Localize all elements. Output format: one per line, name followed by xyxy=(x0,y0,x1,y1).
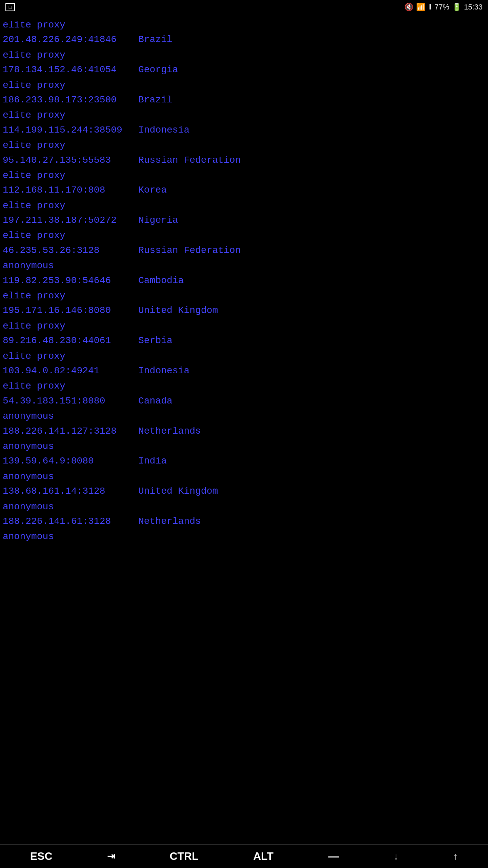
proxy-ip-port: 112.168.11.170:808 xyxy=(3,183,138,197)
battery-icon: 🔋 xyxy=(452,3,461,12)
proxy-ip-port: 139.59.64.9:8080 xyxy=(3,454,138,468)
wifi-icon: 📶 xyxy=(416,3,425,12)
proxy-country: Russian Federation xyxy=(138,243,241,258)
tab-key[interactable]: ⇥ xyxy=(107,851,115,862)
proxy-type: anonymous xyxy=(3,499,485,514)
proxy-type: elite proxy xyxy=(3,379,485,393)
proxy-type: anonymous xyxy=(3,439,485,454)
proxy-ip-port: 114.199.115.244:38509 xyxy=(3,123,138,137)
proxy-type: anonymous xyxy=(3,469,485,484)
proxy-type: elite proxy xyxy=(3,168,485,183)
proxy-data-line: 138.68.161.14:3128United Kingdom xyxy=(3,484,485,498)
proxy-data-line: 178.134.152.46:41054Georgia xyxy=(3,62,485,77)
proxy-ip-port: 54.39.183.151:8080 xyxy=(3,394,138,408)
time-display: 15:33 xyxy=(464,3,483,12)
alt-key[interactable]: ALT xyxy=(253,850,273,863)
proxy-entry: elite proxy89.216.48.230:44061Serbia xyxy=(3,319,485,348)
proxy-entry: anonymous188.226.141.127:3128Netherlands xyxy=(3,409,485,438)
terminal-icon: □ xyxy=(5,3,15,11)
proxy-ip-port: 95.140.27.135:55583 xyxy=(3,153,138,167)
proxy-data-line: 201.48.226.249:41846Brazil xyxy=(3,32,485,47)
proxy-country: United Kingdom xyxy=(138,303,218,318)
proxy-ip-port: 103.94.0.82:49241 xyxy=(3,363,138,378)
proxy-ip-port: 186.233.98.173:23500 xyxy=(3,93,138,107)
proxy-entry: anonymous139.59.64.9:8080India xyxy=(3,439,485,469)
proxy-entry: anonymous188.226.141.61:3128Netherlands xyxy=(3,499,485,529)
proxy-ip-port: 89.216.48.230:44061 xyxy=(3,333,138,348)
proxy-type: elite proxy xyxy=(3,108,485,122)
proxy-type: anonymous xyxy=(3,529,485,544)
proxy-data-line: 114.199.115.244:38509Indonesia xyxy=(3,123,485,137)
proxy-data-line: 139.59.64.9:8080India xyxy=(3,454,485,468)
proxy-entry: elite proxy54.39.183.151:8080Canada xyxy=(3,379,485,408)
proxy-data-line: 188.226.141.127:3128Netherlands xyxy=(3,424,485,438)
status-bar: □ 🔇 📶 Ⅱ 77% 🔋 15:33 xyxy=(0,0,488,14)
proxy-ip-port: 195.171.16.146:8080 xyxy=(3,303,138,318)
proxy-ip-port: 197.211.38.187:50272 xyxy=(3,213,138,228)
proxy-data-line: 95.140.27.135:55583Russian Federation xyxy=(3,153,485,167)
proxy-country: Canada xyxy=(138,394,172,408)
proxy-type: elite proxy xyxy=(3,18,485,32)
proxy-entry: anonymous119.82.253.90:54646Cambodia xyxy=(3,258,485,288)
proxy-data-line: 119.82.253.90:54646Cambodia xyxy=(3,273,485,288)
proxy-entry: elite proxy178.134.152.46:41054Georgia xyxy=(3,48,485,77)
proxy-country: Netherlands xyxy=(138,424,201,438)
proxy-ip-port: 188.226.141.61:3128 xyxy=(3,514,138,529)
proxy-ip-port: 188.226.141.127:3128 xyxy=(3,424,138,438)
proxy-ip-port: 201.48.226.249:41846 xyxy=(3,32,138,47)
proxy-entry: anonymous138.68.161.14:3128United Kingdo… xyxy=(3,469,485,499)
proxy-ip-port: 138.68.161.14:3128 xyxy=(3,484,138,498)
signal-icon: Ⅱ xyxy=(428,3,432,12)
proxy-country: Indonesia xyxy=(138,123,189,137)
proxy-country: Russian Federation xyxy=(138,153,241,167)
status-left: □ xyxy=(5,3,15,11)
proxy-entry: elite proxy201.48.226.249:41846Brazil xyxy=(3,18,485,47)
proxy-entry: elite proxy46.235.53.26:3128Russian Fede… xyxy=(3,228,485,258)
proxy-type: anonymous xyxy=(3,258,485,273)
proxy-entry: elite proxy95.140.27.135:55583Russian Fe… xyxy=(3,138,485,167)
ctrl-key[interactable]: CTRL xyxy=(169,850,198,863)
proxy-data-line: 54.39.183.151:8080Canada xyxy=(3,394,485,408)
proxy-entry: elite proxy114.199.115.244:38509Indonesi… xyxy=(3,108,485,137)
proxy-entry: elite proxy197.211.38.187:50272Nigeria xyxy=(3,198,485,228)
proxy-type: elite proxy xyxy=(3,289,485,303)
proxy-data-line: 103.94.0.82:49241Indonesia xyxy=(3,363,485,378)
down-arrow-key[interactable]: ↓ xyxy=(394,851,399,862)
up-arrow-key[interactable]: ↑ xyxy=(453,851,458,862)
proxy-data-line: 195.171.16.146:8080United Kingdom xyxy=(3,303,485,318)
proxy-country: Serbia xyxy=(138,333,172,348)
proxy-entry: anonymous xyxy=(3,529,485,544)
proxy-data-line: 188.226.141.61:3128Netherlands xyxy=(3,514,485,529)
proxy-country: United Kingdom xyxy=(138,484,218,498)
proxy-data-line: 197.211.38.187:50272Nigeria xyxy=(3,213,485,228)
proxy-type: anonymous xyxy=(3,409,485,423)
battery-level: 77% xyxy=(434,3,449,12)
proxy-country: India xyxy=(138,454,167,468)
proxy-data-line: 89.216.48.230:44061Serbia xyxy=(3,333,485,348)
esc-key[interactable]: ESC xyxy=(30,850,53,863)
proxy-country: Netherlands xyxy=(138,514,201,529)
proxy-entry: elite proxy112.168.11.170:808Korea xyxy=(3,168,485,198)
proxy-type: elite proxy xyxy=(3,319,485,333)
proxy-data-line: 112.168.11.170:808Korea xyxy=(3,183,485,197)
status-right: 🔇 📶 Ⅱ 77% 🔋 15:33 xyxy=(404,3,483,12)
proxy-type: elite proxy xyxy=(3,78,485,93)
dash-key[interactable]: — xyxy=(328,850,339,863)
proxy-entry: elite proxy195.171.16.146:8080United Kin… xyxy=(3,289,485,318)
bottom-bar: ESC ⇥ CTRL ALT — ↓ ↑ xyxy=(0,844,488,868)
mute-icon: 🔇 xyxy=(404,3,413,12)
proxy-type: elite proxy xyxy=(3,198,485,213)
proxy-ip-port: 178.134.152.46:41054 xyxy=(3,62,138,77)
proxy-country: Nigeria xyxy=(138,213,178,228)
proxy-type: elite proxy xyxy=(3,138,485,153)
proxy-entry: elite proxy186.233.98.173:23500Brazil xyxy=(3,78,485,107)
proxy-type: elite proxy xyxy=(3,48,485,62)
proxy-country: Cambodia xyxy=(138,273,184,288)
proxy-ip-port: 46.235.53.26:3128 xyxy=(3,243,138,258)
proxy-country: Georgia xyxy=(138,62,178,77)
proxy-data-line: 46.235.53.26:3128Russian Federation xyxy=(3,243,485,258)
proxy-country: Korea xyxy=(138,183,167,197)
proxy-country: Brazil xyxy=(138,32,172,47)
proxy-country: Brazil xyxy=(138,93,172,107)
proxy-entry: elite proxy103.94.0.82:49241Indonesia xyxy=(3,349,485,378)
